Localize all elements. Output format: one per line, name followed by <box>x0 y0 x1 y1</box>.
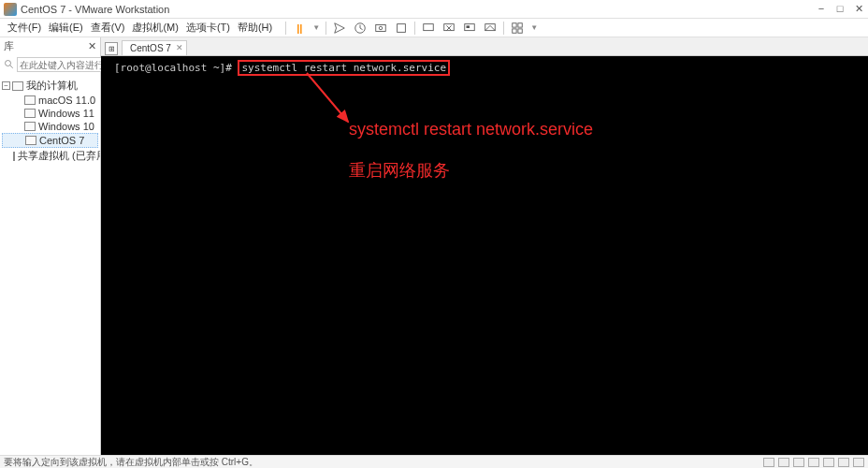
svg-point-2 <box>379 26 383 30</box>
menu-edit[interactable]: 编辑(E) <box>45 21 87 35</box>
terminal-prompt: [root@localhost ~]# <box>114 62 232 74</box>
status-text: 要将输入定向到该虚拟机，请在虚拟机内部单击或按 Ctrl+G。 <box>4 456 258 469</box>
svg-rect-3 <box>398 23 406 32</box>
search-row: ▼ <box>0 55 100 74</box>
device-icon[interactable] <box>778 458 789 467</box>
device-icon[interactable] <box>823 458 834 467</box>
device-icon[interactable] <box>763 458 774 467</box>
annotation-line2: 重启网络服务 <box>349 159 450 182</box>
tree-item-centos[interactable]: CentOS 7 <box>2 133 98 148</box>
vm-icon <box>25 136 36 145</box>
svg-rect-12 <box>518 28 522 32</box>
svg-point-13 <box>6 61 11 66</box>
maximize-button[interactable]: □ <box>834 3 846 15</box>
fit-icon[interactable] <box>441 21 456 36</box>
collapse-icon[interactable]: − <box>2 81 10 90</box>
dropdown-icon[interactable]: ▼ <box>530 23 538 32</box>
close-sidebar-icon[interactable]: ✕ <box>88 40 96 52</box>
tree-root-label: 我的计算机 <box>26 79 78 93</box>
tree-shared[interactable]: 共享虚拟机 (已弃用) <box>2 148 98 164</box>
annotation-line1: systemctl restart network.service <box>349 120 593 139</box>
folder-icon <box>13 152 15 161</box>
menu-tabs[interactable]: 选项卡(T) <box>182 21 234 35</box>
library-label: 库 <box>4 39 14 53</box>
device-icon[interactable] <box>838 458 849 467</box>
terminal-command: systemctl restart network.service <box>241 62 446 74</box>
tab-label: CentOS 7 <box>130 43 171 53</box>
svg-rect-5 <box>444 23 455 30</box>
menu-vm[interactable]: 虚拟机(M) <box>128 21 182 35</box>
content-area: ⊞ CentOS 7 ✕ [root@localhost ~]# systemc… <box>101 37 868 455</box>
vm-icon <box>24 95 36 105</box>
device-icon[interactable] <box>808 458 819 467</box>
library-tree: − 我的计算机 macOS 11.0 Windows 11 Windows 10… <box>0 74 100 168</box>
grid-icon[interactable] <box>510 21 525 36</box>
minimize-button[interactable]: − <box>816 3 827 15</box>
tree-root[interactable]: − 我的计算机 <box>2 78 98 94</box>
send-icon[interactable] <box>332 21 347 36</box>
svg-rect-4 <box>424 23 434 30</box>
device-icon[interactable] <box>853 458 864 467</box>
svg-rect-10 <box>518 22 522 26</box>
svg-line-14 <box>307 73 348 122</box>
unity-icon[interactable] <box>483 21 498 36</box>
tab-close-icon[interactable]: ✕ <box>176 43 183 52</box>
library-header: 库 ✕ <box>0 37 100 55</box>
menu-help[interactable]: 帮助(H) <box>234 21 276 35</box>
status-bar: 要将输入定向到该虚拟机，请在虚拟机内部单击或按 Ctrl+G。 <box>0 455 868 468</box>
close-button[interactable]: ✕ <box>853 3 864 15</box>
home-tab-button[interactable]: ⊞ <box>105 42 118 55</box>
terminal[interactable]: [root@localhost ~]# systemctl restart ne… <box>101 56 868 455</box>
toolbar: || ▼ ▼ <box>285 21 538 36</box>
device-icon[interactable] <box>793 458 804 467</box>
title-bar: CentOS 7 - VMware Workstation − □ ✕ <box>0 0 868 19</box>
computer-icon <box>12 81 23 91</box>
vm-icon <box>24 122 36 131</box>
svg-rect-7 <box>467 25 470 28</box>
disk-icon[interactable] <box>394 21 409 36</box>
window-title: CentOS 7 - VMware Workstation <box>21 4 816 15</box>
window-controls: − □ ✕ <box>816 3 864 15</box>
menu-file[interactable]: 文件(F) <box>4 21 45 35</box>
menu-view[interactable]: 查看(V) <box>87 21 129 35</box>
sidebar: 库 ✕ ▼ − 我的计算机 macOS 11.0 Windows 11 <box>0 37 101 455</box>
search-icon[interactable] <box>4 57 15 72</box>
tree-item-win10[interactable]: Windows 10 <box>2 120 98 133</box>
screen-icon[interactable] <box>421 21 436 36</box>
app-icon <box>4 3 17 16</box>
menu-bar: 文件(F) 编辑(E) 查看(V) 虚拟机(M) 选项卡(T) 帮助(H) ||… <box>0 19 868 37</box>
svg-rect-1 <box>376 24 386 31</box>
vm-icon <box>24 109 36 118</box>
clock-icon[interactable] <box>353 21 368 36</box>
command-highlight-box: systemctl restart network.service <box>238 60 450 76</box>
snapshot-icon[interactable] <box>373 21 388 36</box>
tree-item-win11[interactable]: Windows 11 <box>2 107 98 120</box>
tab-centos[interactable]: CentOS 7 ✕ <box>122 40 187 55</box>
dropdown-icon[interactable]: ▼ <box>312 23 320 32</box>
svg-rect-11 <box>513 28 516 32</box>
svg-rect-9 <box>513 22 516 26</box>
tree-item-macos[interactable]: macOS 11.0 <box>2 94 98 107</box>
tab-row: ⊞ CentOS 7 ✕ <box>101 37 868 56</box>
pause-icon[interactable]: || <box>292 21 307 36</box>
fullscreen-icon[interactable] <box>462 21 477 36</box>
main-area: 库 ✕ ▼ − 我的计算机 macOS 11.0 Windows 11 <box>0 37 868 455</box>
